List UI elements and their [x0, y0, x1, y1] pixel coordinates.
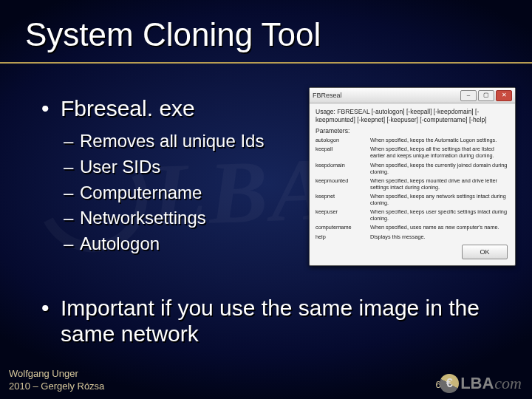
logo: € LBA com: [440, 374, 522, 393]
bullet-top-text: Fbreseal. exe: [61, 96, 195, 120]
param-row: keepnetWhen specified, keeps any network…: [316, 193, 509, 206]
param-row: keepdomainWhen specified, keeps the curr…: [316, 162, 509, 175]
important-text: Important if you use the same image in t…: [41, 296, 510, 347]
param-row: keepallWhen specified, keeps all the set…: [316, 146, 509, 159]
footer-year: 2010 – Gergely Rózsa: [9, 381, 104, 393]
param-row: keepuserWhen specified, keeps user speci…: [316, 208, 509, 222]
footer: Wolfgang Unger 2010 – Gergely Rózsa: [9, 368, 104, 393]
logo-text-2: com: [494, 374, 522, 393]
sub-bullet-list: Removes all unique Ids User SIDs Compute…: [64, 129, 264, 257]
param-row: helpDisplays this message.: [316, 233, 509, 240]
dialog-title-text: FBReseal: [313, 92, 459, 99]
param-row: keepmountedWhen specified, keeps mounted…: [316, 177, 509, 191]
sub-bullet: Computername: [64, 180, 264, 206]
logo-text-1: LBA: [460, 374, 494, 393]
bullet-top: Fbreseal. exe Removes all unique Ids Use…: [41, 96, 264, 257]
slide-title: System Cloning Tool: [25, 16, 321, 53]
param-row: autologonWhen specified, keeps the Autom…: [316, 137, 509, 143]
sub-bullet: Autologon: [64, 231, 264, 257]
maximize-button[interactable]: ▢: [478, 90, 494, 101]
sub-bullet: User SIDs: [64, 154, 264, 180]
dialog-usage: Usage: FBRESEAL [-autologon] [-keepall] …: [316, 108, 509, 123]
fbreseal-dialog: FBReseal – ▢ ✕ Usage: FBRESEAL [-autolog…: [309, 87, 516, 266]
logo-mark-icon: €: [440, 374, 459, 393]
slide: LBAcom System Cloning Tool Fbreseal. exe…: [0, 0, 532, 399]
param-row: computernameWhen specified, uses name as…: [316, 224, 509, 231]
minimize-button[interactable]: –: [460, 90, 477, 101]
important-note: • Important if you use the same image in…: [41, 296, 510, 347]
ok-button[interactable]: OK: [462, 245, 508, 259]
sub-bullet: Networksettings: [64, 205, 264, 231]
dialog-titlebar: FBReseal – ▢ ✕: [310, 88, 515, 103]
close-button[interactable]: ✕: [496, 90, 512, 101]
dialog-body: Usage: FBRESEAL [-autologon] [-keepall] …: [310, 103, 515, 247]
dialog-buttons: OK: [462, 245, 508, 259]
title-underline: [0, 62, 532, 64]
dialog-params-label: Parameters:: [316, 127, 509, 134]
footer-author: Wolfgang Unger: [9, 368, 104, 381]
bullet-list: Fbreseal. exe Removes all unique Ids Use…: [41, 96, 264, 257]
sub-bullet: Removes all unique Ids: [64, 129, 264, 154]
